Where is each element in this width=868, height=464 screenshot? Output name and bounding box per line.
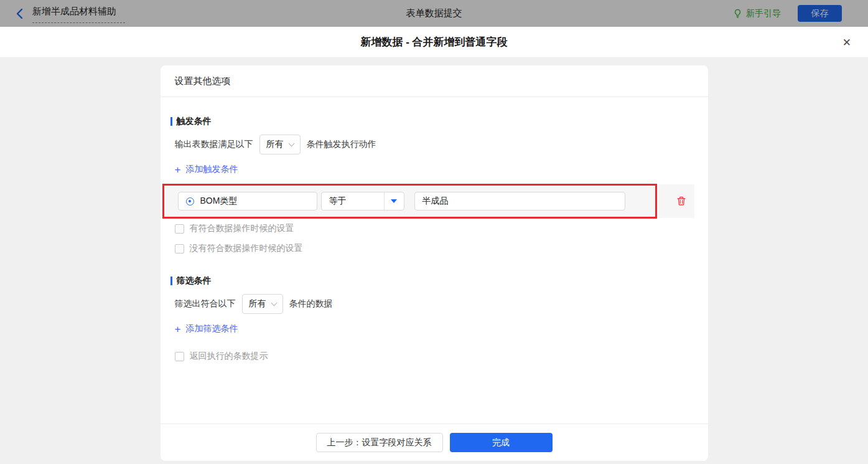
dialog-title: 新增数据 - 合并新增到普通字段 [360, 35, 507, 49]
previous-step-button[interactable]: 上一步：设置字段对应关系 [316, 433, 443, 452]
plus-icon: + [175, 164, 181, 175]
plus-icon: + [175, 324, 181, 334]
radio-field-icon [186, 197, 194, 206]
add-filter-condition-label: 添加筛选条件 [185, 323, 238, 334]
add-trigger-condition-label: 添加触发条件 [185, 164, 238, 175]
condition-field-value: BOM类型 [200, 196, 238, 207]
close-icon[interactable]: ✕ [842, 37, 851, 47]
checkbox-label: 返回执行的条数提示 [190, 351, 268, 362]
section-marker [170, 117, 172, 126]
trigger-match-value: 所有 [266, 139, 284, 150]
checkbox-row-return-count[interactable]: 返回执行的条数提示 [175, 351, 694, 362]
trigger-section-label: 触发条件 [177, 116, 212, 127]
condition-operator-value: 等于 [322, 192, 384, 210]
dropdown-caret-box [384, 192, 404, 210]
checkbox-label: 没有符合数据操作时候的设置 [190, 243, 303, 254]
card-content: 触发条件 输出表数据满足以下 所有 条件触发执行动作 + 添加触发条件 [161, 97, 708, 424]
checkbox-icon[interactable] [175, 224, 184, 234]
trigger-section-title: 触发条件 [170, 116, 694, 127]
card-header-title: 设置其他选项 [161, 65, 708, 97]
topbar-dim-overlay [0, 0, 868, 27]
filter-section-title: 筛选条件 [170, 275, 694, 286]
trigger-prefix-text: 输出表数据满足以下 [175, 139, 253, 150]
add-trigger-condition-link[interactable]: + 添加触发条件 [175, 164, 238, 175]
options-card: 设置其他选项 触发条件 输出表数据满足以下 所有 条件触发执行动作 [161, 65, 708, 461]
delete-condition-icon[interactable] [676, 196, 687, 207]
checkbox-icon[interactable] [175, 244, 184, 253]
checkbox-icon[interactable] [175, 352, 184, 361]
filter-match-select[interactable]: 所有 [242, 294, 283, 314]
dialog: 新增数据 - 合并新增到普通字段 ✕ 设置其他选项 触发条件 输出表数据满足以下… [0, 27, 868, 464]
filter-prefix-text: 筛选出符合以下 [175, 298, 236, 310]
trigger-suffix-text: 条件触发执行动作 [307, 139, 376, 150]
trigger-match-row: 输出表数据满足以下 所有 条件触发执行动作 [175, 135, 694, 154]
filter-match-value: 所有 [249, 298, 266, 310]
checkbox-label: 有符合数据操作时候的设置 [190, 223, 294, 234]
trigger-condition-row: BOM类型 等于 半成品 [162, 184, 694, 218]
condition-value-text: 半成品 [422, 196, 449, 207]
done-button[interactable]: 完成 [450, 433, 553, 452]
card-footer: 上一步：设置字段对应关系 完成 [161, 424, 708, 461]
screen: 新增半成品材料辅助 表单数据提交 新手引导 保存 新增数据 - 合并新增到普通字… [0, 0, 868, 464]
chevron-down-icon [288, 140, 294, 146]
filter-match-row: 筛选出符合以下 所有 条件的数据 [175, 294, 694, 314]
checkbox-row-no-matching[interactable]: 没有符合数据操作时候的设置 [175, 243, 694, 254]
dialog-header: 新增数据 - 合并新增到普通字段 ✕ [0, 27, 868, 58]
trigger-match-select[interactable]: 所有 [259, 135, 301, 154]
section-marker [170, 277, 172, 285]
checkbox-row-has-matching[interactable]: 有符合数据操作时候的设置 [175, 223, 694, 234]
add-filter-condition-link[interactable]: + 添加筛选条件 [175, 323, 694, 334]
condition-field-input[interactable]: BOM类型 [178, 192, 317, 211]
dialog-body: 设置其他选项 触发条件 输出表数据满足以下 所有 条件触发执行动作 [0, 58, 868, 464]
condition-operator-select[interactable]: 等于 [321, 192, 404, 211]
filter-suffix-text: 条件的数据 [289, 298, 333, 310]
app-topbar: 新增半成品材料辅助 表单数据提交 新手引导 保存 [0, 0, 868, 27]
chevron-down-icon [271, 300, 277, 306]
triangle-down-icon [391, 199, 397, 203]
filter-section-label: 筛选条件 [177, 275, 212, 286]
condition-value-input[interactable]: 半成品 [414, 192, 625, 211]
